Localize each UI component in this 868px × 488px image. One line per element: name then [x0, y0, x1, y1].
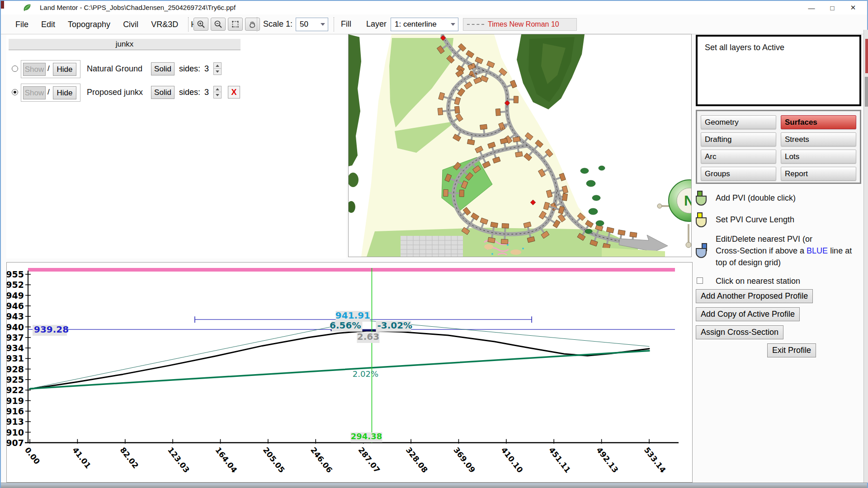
font-indicator[interactable]: Times New Roman 10: [463, 18, 577, 31]
svg-text:939.28: 939.28: [34, 324, 69, 335]
tab-arc[interactable]: Arc: [701, 150, 776, 164]
svg-text:910: 910: [7, 427, 24, 437]
set-pvi-label: Set PVI Curve Length: [716, 215, 794, 225]
show-hide-slash: /: [47, 64, 50, 73]
show-hide-group: Show / Hide: [21, 84, 80, 102]
svg-text:943: 943: [7, 311, 24, 321]
surface-panel: junkx Show / Hide Natural Ground Solid s…: [6, 34, 346, 258]
menu-civil[interactable]: Civil: [117, 20, 145, 29]
blue-mouse-icon: [696, 243, 709, 259]
set-all-layers-text: Set all layers to Active: [705, 43, 784, 52]
stepper-down-icon[interactable]: [214, 92, 221, 98]
scale-select[interactable]: 50: [296, 18, 328, 31]
svg-text:-3.02%: -3.02%: [377, 320, 412, 331]
tab-lots[interactable]: Lots: [781, 150, 856, 164]
zoom-out-button[interactable]: [211, 18, 226, 31]
svg-text:949: 949: [7, 291, 24, 300]
hide-button[interactable]: Hide: [53, 86, 76, 99]
toolbar-separator: [257, 17, 257, 32]
tab-streets[interactable]: Streets: [781, 132, 856, 146]
show-hide-slash: /: [47, 88, 50, 97]
svg-text:0.00: 0.00: [23, 446, 42, 466]
svg-text:955: 955: [7, 269, 24, 279]
delete-surface-button[interactable]: X: [228, 86, 240, 99]
svg-text:328.08: 328.08: [404, 446, 429, 474]
tab-groups[interactable]: Groups: [701, 167, 776, 181]
svg-text:533.14: 533.14: [642, 446, 668, 474]
show-button[interactable]: Show: [23, 86, 46, 99]
maximize-button[interactable]: □: [822, 1, 843, 14]
sides-label: sides:: [179, 64, 200, 74]
zoom-extents-button[interactable]: [228, 18, 243, 31]
svg-text:410.10: 410.10: [500, 446, 525, 474]
site-plan-drawing: N: [349, 34, 691, 257]
tab-surfaces[interactable]: Surfaces: [781, 115, 856, 129]
sides-stepper[interactable]: [213, 62, 222, 75]
title-bar[interactable]: Land Mentor - C:\PPS_Jobs\ChadJensen_250…: [1, 1, 867, 14]
edit-delete-pvi-label: Edit/Delete nearest PVI (or Cross-Sectio…: [716, 233, 865, 268]
solid-button[interactable]: Solid: [151, 86, 175, 99]
svg-text:952: 952: [7, 280, 24, 290]
surface-radio-natural-ground[interactable]: [12, 66, 18, 72]
app-window: Land Mentor - C:\PPS_Jobs\ChadJensen_250…: [0, 0, 868, 488]
surface-row-natural-ground: Show / Hide Natural Ground Solid sides: …: [6, 60, 250, 79]
category-box: Geometry Surfaces Drafting Streets Arc L…: [696, 110, 861, 184]
close-button[interactable]: ✕: [843, 1, 863, 14]
nearest-station-row: Click on nearest station: [696, 276, 864, 289]
profile-chart[interactable]: 9559529499469439409379349319289259229199…: [6, 262, 693, 483]
stepper-up-icon[interactable]: [214, 86, 221, 92]
show-button[interactable]: Show: [23, 63, 46, 76]
svg-text:928: 928: [7, 364, 24, 374]
window-title: Land Mentor - C:\PPS_Jobs\ChadJensen_250…: [40, 4, 236, 11]
svg-text:294.38: 294.38: [351, 432, 382, 441]
set-all-layers-box[interactable]: Set all layers to Active: [696, 35, 861, 106]
nearest-station-label: Click on nearest station: [716, 277, 800, 286]
svg-text:941.91: 941.91: [335, 310, 370, 321]
green-mouse-icon: [696, 191, 709, 207]
stepper-up-icon[interactable]: [214, 63, 221, 69]
svg-text:123.03: 123.03: [166, 446, 191, 474]
surface-radio-proposed-junkx[interactable]: [12, 89, 18, 95]
exit-profile-button[interactable]: Exit Profile: [767, 343, 816, 357]
set-pvi-tool: Set PVI Curve Length: [696, 212, 864, 232]
sides-stepper[interactable]: [213, 86, 222, 99]
assign-cross-section-button[interactable]: Assign Cross-Section: [696, 325, 783, 339]
stepper-down-icon[interactable]: [214, 69, 221, 75]
nearest-station-checkbox[interactable]: [697, 277, 703, 284]
profile-chart-svg: 9559529499469439409379349319289259229199…: [7, 263, 692, 482]
svg-text:287.07: 287.07: [357, 446, 382, 474]
minimize-button[interactable]: —: [801, 1, 822, 14]
layer-select[interactable]: 1: centerline: [391, 18, 458, 31]
add-pvi-tool: Add PVI (double click): [696, 191, 864, 210]
svg-text:2.02%: 2.02%: [353, 369, 378, 379]
svg-text:913: 913: [7, 417, 24, 427]
add-another-proposed-profile-button[interactable]: Add Another Proposed Profile: [696, 289, 813, 303]
surface-name: Proposed junkx: [85, 88, 145, 97]
hide-button[interactable]: Hide: [53, 63, 76, 76]
show-hide-group: Show / Hide: [21, 60, 80, 78]
svg-text:937: 937: [7, 333, 24, 343]
zoom-in-button[interactable]: [193, 18, 208, 31]
svg-text:246.06: 246.06: [309, 446, 334, 474]
pan-button[interactable]: [245, 18, 260, 31]
menu-vr3d[interactable]: VR&3D: [145, 20, 184, 29]
svg-text:919: 919: [7, 396, 24, 406]
add-copy-of-active-profile-button[interactable]: Add Copy of Active Profile: [696, 307, 800, 321]
tab-report[interactable]: Report: [781, 167, 856, 181]
surface-panel-title: junkx: [9, 39, 241, 50]
fill-button[interactable]: Fill: [341, 19, 351, 29]
solid-button[interactable]: Solid: [151, 62, 175, 75]
svg-text:925: 925: [7, 375, 24, 385]
svg-text:41.01: 41.01: [71, 446, 93, 470]
tab-drafting[interactable]: Drafting: [701, 132, 776, 146]
svg-text:492.13: 492.13: [594, 446, 620, 474]
zoom-in-icon: [197, 20, 205, 28]
menu-file[interactable]: File: [9, 20, 35, 29]
menu-edit[interactable]: Edit: [35, 20, 61, 29]
menu-topography[interactable]: Topography: [61, 20, 117, 29]
toolbar-separator: [188, 17, 189, 32]
tab-geometry[interactable]: Geometry: [701, 115, 776, 129]
plan-view[interactable]: N: [348, 34, 692, 257]
layer-label: Layer: [366, 19, 387, 29]
sides-value: 3: [204, 64, 209, 74]
